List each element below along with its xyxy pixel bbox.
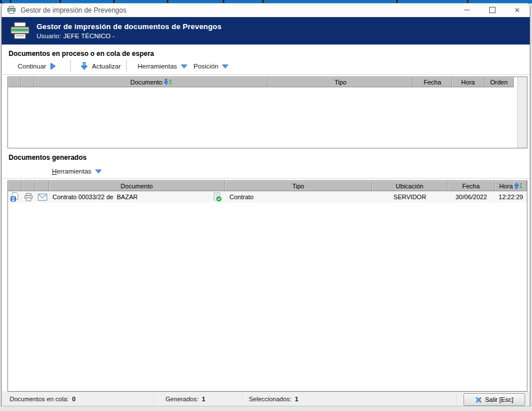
position-menu-button[interactable]: Posición bbox=[194, 61, 228, 72]
printer-banner-icon bbox=[9, 21, 31, 41]
generated-table: Documento Tipo Ubicación Fecha Hora ZA bbox=[7, 180, 527, 392]
tab-gap bbox=[0, 0, 2, 3]
queue-table-header: Documento AZ Tipo Fecha Hora Orden bbox=[8, 77, 518, 87]
desktop-background bbox=[0, 406, 532, 411]
close-x-icon bbox=[475, 397, 482, 403]
header-hora[interactable]: Hora ZA bbox=[495, 181, 527, 191]
chevron-down-icon bbox=[95, 170, 102, 174]
user-label: Usuario: bbox=[37, 33, 61, 39]
chevron-down-icon bbox=[222, 65, 228, 68]
header-blank[interactable] bbox=[8, 77, 21, 87]
header-documento[interactable]: Documento AZ bbox=[34, 77, 268, 87]
export-save-icon[interactable] bbox=[8, 191, 22, 203]
email-icon[interactable] bbox=[35, 191, 49, 203]
queue-count-value: 0 bbox=[72, 396, 75, 402]
status-selected-count: Seleccionados: 1 bbox=[249, 396, 299, 402]
cell-fecha: 30/06/2022 bbox=[448, 191, 495, 203]
header-ubicacion[interactable]: Ubicación bbox=[372, 181, 448, 191]
table-row[interactable]: Contrato 00033/22 de BAZAR Contra bbox=[8, 191, 527, 203]
queue-toolbar: Continuar Actualizar Herramientas bbox=[2, 59, 530, 74]
header-blank[interactable] bbox=[22, 181, 35, 191]
generated-section-title: Documentos generados bbox=[9, 154, 87, 162]
user-info: Usuario:JEFE TÉCNICO - bbox=[37, 33, 221, 39]
header-tipo[interactable]: Tipo bbox=[268, 77, 413, 87]
sort-descending-icon: ZA bbox=[514, 183, 522, 189]
cell-ubicacion: SERVIDOR bbox=[372, 191, 448, 203]
header-tipo[interactable]: Tipo bbox=[225, 181, 372, 191]
section-divider bbox=[2, 74, 530, 75]
status-bar: Documentos en cola: 0 Generados: 1 Selec… bbox=[2, 392, 530, 406]
selected-count-value: 1 bbox=[295, 396, 299, 402]
minimize-button[interactable] bbox=[454, 3, 479, 17]
header-blank[interactable] bbox=[21, 77, 34, 87]
header-blank[interactable] bbox=[35, 181, 49, 191]
print-icon[interactable] bbox=[22, 191, 35, 203]
vertical-scrollbar[interactable] bbox=[517, 77, 527, 148]
generated-tools-menu-button[interactable]: Herramientas bbox=[52, 166, 102, 177]
tools-label: Herramientas bbox=[52, 168, 91, 175]
app-title: Gestor de impresión de documentos de Pre… bbox=[37, 22, 221, 31]
refresh-icon bbox=[80, 62, 88, 70]
header-fecha[interactable]: Fecha bbox=[413, 77, 452, 87]
header-fecha[interactable]: Fecha bbox=[448, 181, 495, 191]
window-titlebar[interactable]: Gestor de impresión de Prevengos ✕ bbox=[2, 3, 530, 17]
tools-label: Herramientas bbox=[138, 63, 177, 70]
sort-ascending-icon: AZ bbox=[164, 79, 171, 85]
status-separator bbox=[457, 394, 458, 404]
screen: Gestor de impresión de Prevengos ✕ Gesto… bbox=[0, 0, 532, 411]
app-window: Gestor de impresión de Prevengos ✕ Gesto… bbox=[1, 3, 530, 407]
queue-table: Documento AZ Tipo Fecha Hora Orden bbox=[7, 76, 527, 148]
header-documento[interactable]: Documento bbox=[49, 181, 225, 191]
header-orden[interactable]: Orden bbox=[485, 77, 514, 87]
cell-tipo: Contrato bbox=[225, 191, 372, 203]
status-generated-count: Generados: 1 bbox=[166, 396, 205, 402]
section-divider bbox=[2, 178, 530, 179]
header-hora[interactable]: Hora bbox=[452, 77, 485, 87]
continue-label: Continuar bbox=[18, 63, 46, 70]
generated-count-value: 1 bbox=[201, 396, 205, 402]
chevron-down-icon bbox=[181, 65, 187, 68]
header-blank[interactable] bbox=[8, 181, 22, 191]
app-header-banner: Gestor de impresión de documentos de Pre… bbox=[2, 17, 530, 45]
cell-documento: Contrato 00033/22 de BAZAR bbox=[49, 191, 225, 203]
user-value: JEFE TÉCNICO - bbox=[63, 33, 115, 39]
tools-menu-button[interactable]: Herramientas bbox=[138, 61, 187, 72]
printer-icon bbox=[7, 6, 16, 14]
toolbar-separator bbox=[70, 60, 71, 72]
status-separator bbox=[243, 394, 244, 404]
status-separator bbox=[154, 394, 155, 404]
toolbar-separator bbox=[126, 60, 127, 72]
document-ready-icon bbox=[213, 192, 221, 202]
exit-button[interactable]: Salir [Esc] bbox=[464, 393, 525, 406]
generated-table-header: Documento Tipo Ubicación Fecha Hora ZA bbox=[8, 181, 527, 191]
play-icon bbox=[50, 63, 56, 70]
cell-hora: 12:22:29 bbox=[495, 191, 527, 203]
queue-section-title: Documentos en proceso o en cola de esper… bbox=[9, 50, 154, 58]
maximize-button[interactable] bbox=[479, 3, 505, 17]
refresh-label: Actualizar bbox=[92, 63, 121, 70]
continue-button[interactable]: Continuar bbox=[18, 61, 56, 72]
status-queue-count: Documentos en cola: 0 bbox=[10, 396, 75, 402]
position-label: Posición bbox=[194, 63, 218, 70]
close-button[interactable]: ✕ bbox=[505, 3, 530, 17]
refresh-button[interactable]: Actualizar bbox=[80, 61, 121, 72]
window-title: Gestor de impresión de Prevengos bbox=[21, 6, 126, 14]
exit-label: Salir [Esc] bbox=[485, 396, 514, 403]
